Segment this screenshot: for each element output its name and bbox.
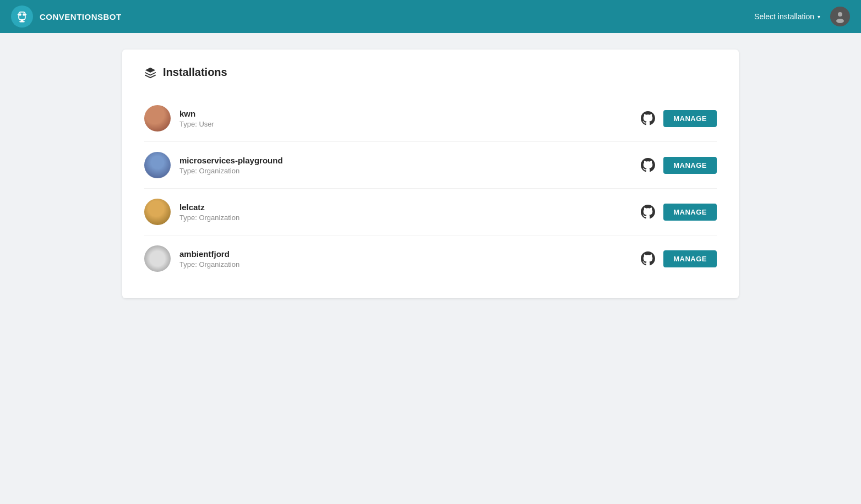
installation-name-kwn: kwn <box>179 109 214 118</box>
installation-info-microservices-playground: microservices-playground Type: Organizat… <box>179 156 283 175</box>
manage-button-ambientfjord[interactable]: MANAGE <box>663 250 717 267</box>
github-icon-microservices-playground[interactable] <box>640 157 656 173</box>
user-avatar[interactable] <box>830 7 850 26</box>
installation-name-ambientfjord: ambientfjord <box>179 249 239 259</box>
installation-left-lelcatz: lelcatz Type: Organization <box>144 199 239 225</box>
installation-left-ambientfjord: ambientfjord Type: Organization <box>144 245 239 272</box>
installation-right-ambientfjord: MANAGE <box>640 250 717 267</box>
app-title: CONVENTIONSBOT <box>40 12 122 21</box>
svg-point-7 <box>838 12 842 17</box>
installation-name-microservices-playground: microservices-playground <box>179 156 283 165</box>
svg-point-8 <box>836 19 844 23</box>
installation-avatar-microservices-playground <box>144 152 171 178</box>
installation-info-ambientfjord: ambientfjord Type: Organization <box>179 249 239 269</box>
manage-button-lelcatz[interactable]: MANAGE <box>663 204 717 221</box>
header: CONVENTIONSBOT Select installation ▾ <box>0 0 861 33</box>
card-header: Installations <box>144 66 717 79</box>
app-logo <box>11 6 33 28</box>
header-left: CONVENTIONSBOT <box>11 6 122 28</box>
svg-rect-2 <box>19 12 25 20</box>
installation-right-microservices-playground: MANAGE <box>640 157 717 174</box>
installation-avatar-lelcatz <box>144 199 171 225</box>
installation-info-lelcatz: lelcatz Type: Organization <box>179 202 239 222</box>
github-icon-ambientfjord[interactable] <box>640 251 656 266</box>
manage-button-kwn[interactable]: MANAGE <box>663 110 717 127</box>
select-installation-button[interactable]: Select installation ▾ <box>750 10 825 23</box>
installation-type-microservices-playground: Type: Organization <box>179 167 283 175</box>
installation-avatar-kwn <box>144 105 171 132</box>
installation-right-lelcatz: MANAGE <box>640 204 717 221</box>
installation-type-lelcatz: Type: Organization <box>179 213 239 222</box>
installation-type-ambientfjord: Type: Organization <box>179 260 239 269</box>
main-content: Installations kwn Type: User MANAGE <box>0 33 861 315</box>
svg-rect-4 <box>19 21 24 22</box>
select-installation-label: Select installation <box>754 12 814 21</box>
installation-right-kwn: MANAGE <box>640 110 717 127</box>
layers-icon <box>144 67 156 79</box>
installation-type-kwn: Type: User <box>179 120 214 128</box>
installation-left-microservices-playground: microservices-playground Type: Organizat… <box>144 152 283 178</box>
installations-card: Installations kwn Type: User MANAGE <box>122 50 739 298</box>
installation-row: ambientfjord Type: Organization MANAGE <box>144 235 717 282</box>
chevron-down-icon: ▾ <box>818 14 820 20</box>
installation-list: kwn Type: User MANAGE microservices-play… <box>144 95 717 282</box>
installation-left-kwn: kwn Type: User <box>144 105 214 132</box>
installation-info-kwn: kwn Type: User <box>179 109 214 128</box>
installation-row: kwn Type: User MANAGE <box>144 95 717 142</box>
github-icon-kwn[interactable] <box>640 111 656 126</box>
installation-avatar-ambientfjord <box>144 245 171 272</box>
page-title: Installations <box>163 66 227 79</box>
installation-row: lelcatz Type: Organization MANAGE <box>144 189 717 235</box>
header-right: Select installation ▾ <box>750 7 850 26</box>
installation-name-lelcatz: lelcatz <box>179 202 239 212</box>
installation-row: microservices-playground Type: Organizat… <box>144 142 717 189</box>
github-icon-lelcatz[interactable] <box>640 204 656 220</box>
manage-button-microservices-playground[interactable]: MANAGE <box>663 157 717 174</box>
